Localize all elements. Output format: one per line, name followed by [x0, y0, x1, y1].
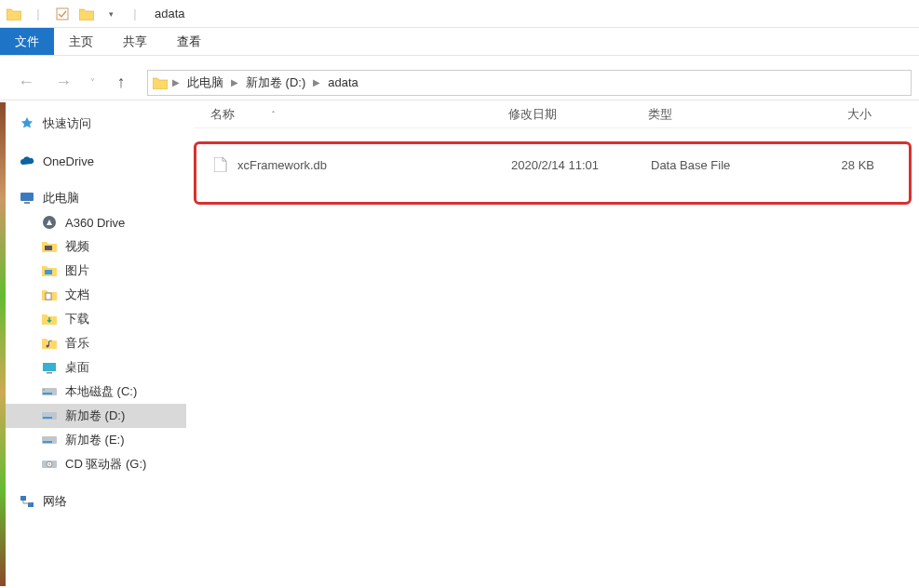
sidebar-item-quick-access[interactable]: 快速访问	[0, 112, 186, 136]
pc-icon	[19, 190, 35, 207]
sidebar-item-label: 新加卷 (D:)	[65, 408, 125, 424]
sidebar-item-label: 图片	[65, 262, 89, 279]
sidebar-item-label: 新加卷 (E:)	[65, 432, 125, 448]
a360-icon	[41, 214, 58, 231]
sidebar-item-pictures[interactable]: 图片	[0, 259, 186, 283]
video-icon	[41, 238, 58, 255]
svg-rect-1	[20, 193, 34, 201]
content-area: 快速访问 OneDrive 此电脑 A360 Drive视频图片文档下载音乐桌面…	[0, 100, 919, 588]
tab-share[interactable]: 共享	[108, 28, 162, 55]
cloud-icon	[19, 153, 35, 169]
folder-icon-2	[76, 4, 97, 24]
file-list-panel: 名称 ˆ 修改日期 类型 大小 xcFramework.db 2020/2/14…	[186, 100, 919, 588]
drive-icon	[41, 408, 58, 424]
sidebar-item-drive[interactable]: 新加卷 (D:)	[0, 404, 186, 428]
sidebar-item-label: CD 驱动器 (G:)	[65, 456, 146, 473]
svg-rect-2	[24, 202, 30, 204]
nav-back-button[interactable]: ←	[11, 70, 41, 96]
sidebar-item-drive[interactable]: 新加卷 (E:)	[0, 428, 186, 452]
drive-c-icon	[41, 383, 58, 400]
tab-file[interactable]: 文件	[0, 28, 54, 55]
annotation-highlight: xcFramework.db 2020/2/14 11:01 Data Base…	[194, 141, 912, 205]
svg-rect-0	[57, 8, 68, 20]
sidebar-item-desktop[interactable]: 桌面	[0, 355, 186, 380]
sidebar-item-drive-c[interactable]: 本地磁盘 (C:)	[0, 380, 186, 404]
pictures-icon	[41, 262, 58, 279]
music-icon	[41, 335, 58, 352]
chevron-right-icon[interactable]: ▶	[231, 77, 238, 87]
documents-icon	[41, 287, 58, 303]
sort-indicator-icon: ˆ	[272, 110, 275, 119]
file-name: xcFramework.db	[237, 158, 327, 172]
column-header-size[interactable]: 大小	[788, 106, 872, 123]
sidebar-item-label: 快速访问	[43, 115, 91, 132]
qat-dropdown-icon[interactable]: ▾	[101, 4, 121, 24]
svg-rect-14	[43, 417, 52, 419]
file-size: 28 KB	[791, 158, 874, 172]
sidebar-item-a360[interactable]: A360 Drive	[0, 210, 186, 234]
file-icon	[213, 157, 228, 172]
qat-separator-2: |	[125, 4, 145, 24]
nav-up-button[interactable]: ↑	[106, 70, 136, 96]
sidebar-item-downloads[interactable]: 下载	[0, 307, 186, 331]
qat-separator: |	[28, 4, 48, 24]
nav-recent-dropdown[interactable]: ˅	[86, 70, 99, 96]
sidebar-item-network[interactable]: 网络	[0, 489, 186, 514]
breadcrumb-item[interactable]: 新加卷 (D:)	[242, 74, 309, 91]
tab-view[interactable]: 查看	[162, 28, 216, 55]
tab-home[interactable]: 主页	[54, 28, 108, 55]
sidebar-item-onedrive[interactable]: OneDrive	[0, 149, 186, 173]
column-headers: 名称 ˆ 修改日期 类型 大小	[194, 100, 912, 128]
sidebar-item-label: 下载	[65, 311, 89, 327]
sidebar-item-label: 此电脑	[43, 190, 79, 207]
sidebar-item-label: 文档	[65, 287, 89, 303]
chevron-right-icon[interactable]: ▶	[313, 77, 320, 87]
cd-icon	[41, 456, 58, 473]
nav-row: ← → ˅ ↑ ▶ 此电脑 ▶ 新加卷 (D:) ▶ adata	[0, 65, 919, 100]
sidebar-item-this-pc[interactable]: 此电脑	[0, 186, 186, 210]
network-icon	[19, 493, 35, 510]
downloads-icon	[41, 311, 58, 327]
breadcrumb[interactable]: ▶ 此电脑 ▶ 新加卷 (D:) ▶ adata	[147, 70, 912, 96]
drive-icon	[41, 432, 58, 448]
column-header-label: 名称	[210, 106, 235, 123]
sidebar-item-cd[interactable]: CD 驱动器 (G:)	[0, 452, 186, 476]
column-header-type[interactable]: 类型	[648, 106, 788, 123]
sidebar-item-label: 视频	[65, 238, 89, 255]
desktop-icon	[41, 359, 58, 376]
sidebar-item-label: 网络	[43, 493, 67, 510]
breadcrumb-item[interactable]: 此电脑	[183, 74, 227, 91]
titlebar: | ▾ | adata	[0, 0, 919, 28]
svg-point-12	[43, 389, 45, 391]
svg-rect-11	[43, 393, 52, 394]
star-icon	[19, 115, 35, 132]
sidebar-item-label: A360 Drive	[65, 216, 125, 230]
sidebar-item-label: OneDrive	[43, 154, 94, 168]
svg-rect-5	[45, 270, 52, 274]
file-row[interactable]: xcFramework.db 2020/2/14 11:01 Data Base…	[196, 152, 909, 178]
svg-rect-9	[47, 372, 52, 374]
sidebar-item-documents[interactable]: 文档	[0, 283, 186, 307]
file-date: 2020/2/14 11:01	[511, 158, 651, 172]
ribbon-tabs: 文件 主页 共享 查看	[0, 28, 919, 56]
sidebar-item-label: 音乐	[65, 335, 89, 352]
nav-forward-button[interactable]: →	[48, 70, 78, 96]
svg-rect-4	[45, 246, 52, 250]
svg-rect-6	[46, 293, 51, 300]
window-title: adata	[155, 7, 185, 20]
qat-properties-icon[interactable]	[52, 4, 73, 24]
file-type: Data Base File	[651, 158, 791, 172]
column-header-date[interactable]: 修改日期	[508, 106, 648, 123]
svg-rect-16	[43, 441, 52, 443]
svg-point-19	[48, 463, 50, 465]
sidebar: 快速访问 OneDrive 此电脑 A360 Drive视频图片文档下载音乐桌面…	[0, 100, 186, 588]
column-header-name[interactable]: 名称 ˆ	[210, 106, 508, 123]
svg-rect-20	[20, 496, 26, 501]
folder-icon	[4, 4, 24, 24]
svg-rect-8	[43, 363, 56, 371]
sidebar-item-video[interactable]: 视频	[0, 234, 186, 259]
breadcrumb-item[interactable]: adata	[324, 75, 362, 89]
sidebar-item-music[interactable]: 音乐	[0, 331, 186, 355]
folder-icon	[152, 74, 169, 91]
chevron-right-icon[interactable]: ▶	[172, 77, 180, 87]
